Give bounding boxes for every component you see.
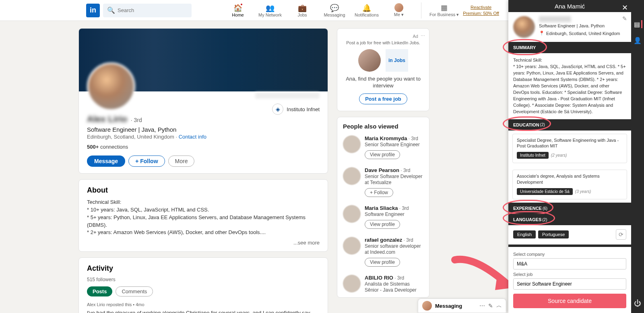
message-button[interactable]: Message [87,155,125,167]
post-job-button[interactable]: Post a free job [359,93,407,104]
pav-item[interactable]: rafael gonzalez · 3rdSenior software dev… [337,233,429,271]
ad-card: Ad⋯ Post a job for free with LinkedIn Jo… [337,28,429,111]
notif-dot-icon [240,3,243,6]
close-icon[interactable]: ✕ [622,3,628,12]
premium-link[interactable]: Reactivate Premium: 50% Off [463,4,499,16]
chevron-up-icon[interactable]: ︿ [496,302,502,309]
avatar-icon [343,237,361,255]
edu-school-chip[interactable]: Instituto Infnet [517,152,549,159]
grid-icon: ▦ [441,3,448,12]
activity-meta: Alex Lirio reposted this • 4mo [87,302,320,307]
ext-header: Ana Mamić ✕ [508,0,631,12]
nav-me[interactable]: Me ▾ [385,2,413,19]
about-line: * 10+ years: Java, SQL, JavaScript, HTML… [87,206,320,214]
pav-item[interactable]: Dave Pearson · 3rdSenior Software Develo… [337,163,429,201]
nav-business[interactable]: ▦For Business ▾ [429,2,459,19]
ad-avatar [358,49,381,72]
language-chip[interactable]: English [513,230,536,238]
nav-network[interactable]: 👥My Network [256,2,284,19]
edu-item: Associate's degree, Analysis and Systems… [512,170,627,199]
power-icon[interactable]: ⏻ [634,299,642,307]
nav-jobs[interactable]: 💼Jobs [288,2,316,19]
people-icon: 👥 [266,4,275,12]
cover-image [79,29,328,91]
activity-text: I've had the pleasure of working alongsi… [87,309,320,313]
see-more-link[interactable]: ...see more [79,240,328,251]
jobs-logo-icon: in Jobs [386,49,408,72]
edit-icon[interactable]: ✎ [622,15,627,22]
profile-name: Alex Lirio [87,114,127,124]
posts-tab[interactable]: Posts [87,286,112,296]
ext-summary-line: Technical Skill: [513,57,626,64]
extension-panel: Ana Mamić ✕ Software Engineer | Java. Py… [508,0,644,313]
contact-info-link[interactable]: Contact info [179,134,206,140]
compose-icon[interactable]: ✎ [488,303,493,309]
school-logo-icon: ◈ [272,104,283,115]
profile-degree: · 3rd [131,117,142,123]
pav-heading: People also viewed [337,117,429,131]
chat-icon: 💬 [330,4,339,12]
profile-location: Edinburgh, Scotland, United Kingdom [87,134,174,140]
about-line: * 2+ years: Amazon Web Services (AWS), D… [87,229,320,236]
job-label: Select job [513,272,626,277]
people-also-viewed: People also viewed Maria Krommyda · 3rdS… [337,117,429,298]
view-profile-button[interactable]: View profile [365,220,400,229]
follow-button[interactable]: + Follow [365,188,393,197]
ext-location: Edinburgh, Scotland, United Kingdom [546,31,620,36]
more-button[interactable]: More [168,155,195,167]
company-label: Select company [513,252,626,257]
ext-headline: Software Engineer | Java. Python [539,23,626,28]
avatar-icon [422,301,432,311]
more-icon[interactable]: ⋯ [479,303,485,309]
linkedin-logo[interactable]: in [86,4,100,17]
activity-heading: Activity [87,264,320,277]
ad-line2: Ana, find the people you want to intervi… [341,76,425,89]
pav-item[interactable]: Maria Sliacka · 3rdSoftware EngineerView… [337,201,429,233]
ext-name-blurred [539,16,571,22]
refresh-icon[interactable]: ⟳ [616,229,626,240]
calendar-icon[interactable]: ▤ [634,20,642,28]
language-chip[interactable]: Portuguese [538,230,569,238]
ad-menu-icon[interactable]: ⋯ [421,33,425,39]
person-icon[interactable]: 👤 [634,36,642,44]
about-line: Technical Skill: [87,199,320,206]
about-line: * 5+ years: Python, Linux, Java EE Appli… [87,214,320,229]
ext-education-header[interactable]: EDUCATION(2) [508,119,631,131]
avatar-icon [343,205,361,223]
profile-headline: Software Engineer | Java, Python [87,126,320,133]
profile-school[interactable]: ◈ Instituto Infnet [272,104,320,115]
ext-sidebar: ▤ 👤 ⏻ [631,0,644,313]
edu-school-chip[interactable]: Universidade Estácio de Sá [517,188,573,195]
nav-messaging[interactable]: 💬Messaging [320,2,349,19]
ext-experience-header[interactable]: EXPERIENCE(6) [508,203,631,214]
view-profile-button[interactable]: View profile [365,258,400,267]
avatar-icon [343,167,361,185]
follow-button[interactable]: + Follow [128,155,165,167]
nav-notifications[interactable]: 🔔Notifications [353,2,381,19]
ad-line1: Post a job for free with LinkedIn Jobs. [341,40,425,45]
pav-item[interactable]: Maria Krommyda · 3rdSenior Software Engi… [337,131,429,163]
ad-label: Ad [413,34,418,39]
search-input[interactable] [118,7,188,13]
comments-tab[interactable]: Comments [116,286,153,296]
nav-home[interactable]: 🏠Home [224,2,252,19]
pav-item[interactable]: ABILIO RIO · 3rdAnalista de Sistemas Sên… [337,271,429,297]
ext-summary-header[interactable]: SUMMARY [508,42,631,53]
avatar-icon [343,135,361,153]
avatar-icon [343,275,361,292]
view-profile-button[interactable]: View profile [365,150,400,159]
avatar-icon [394,3,403,12]
followers-count: 515 followers [87,277,320,282]
briefcase-icon: 💼 [298,4,307,12]
bell-icon: 🔔 [362,4,371,12]
about-heading: About [87,186,320,199]
messaging-dock[interactable]: Messaging ⋯ ✎ ︿ [418,298,506,313]
source-candidate-button[interactable]: Source candidate [513,294,626,308]
ext-avatar [513,16,535,38]
profile-card: Alex Lirio · 3rd Software Engineer | Jav… [78,28,328,174]
search-icon: 🔍 [107,6,115,14]
search-box[interactable]: 🔍 [103,4,192,17]
job-input[interactable] [513,278,626,290]
ext-languages-header[interactable]: LANGUAGES(2) [508,214,631,225]
company-input[interactable] [513,258,626,269]
